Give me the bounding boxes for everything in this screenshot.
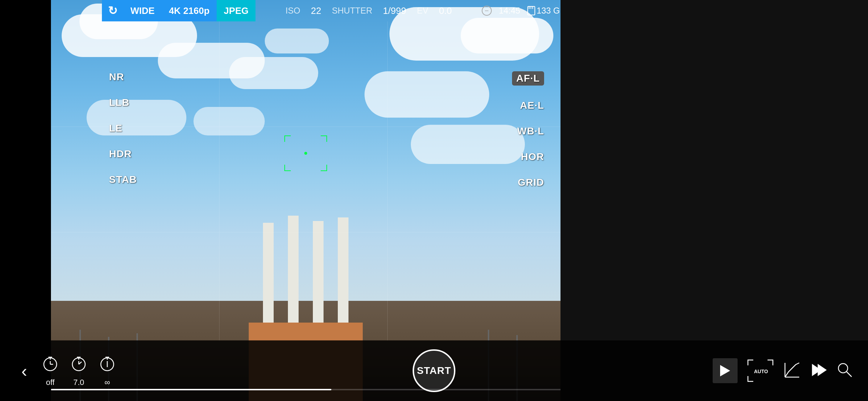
- timer-7-icon: [70, 355, 88, 376]
- chimney-4: [338, 217, 348, 323]
- timer-inf-icon: [98, 355, 116, 376]
- focus-corner-bl: [284, 165, 291, 171]
- svg-marker-26: [818, 365, 826, 375]
- dnd-icon: −: [482, 6, 492, 16]
- top-bar-right: − 14:45 133 GB 58 %: [482, 6, 560, 16]
- label-grid[interactable]: GRID: [518, 177, 544, 188]
- focus-dot: [304, 152, 307, 155]
- timer-controls: off 7.0: [41, 355, 116, 387]
- lens-mode-button[interactable]: WIDE: [123, 0, 162, 21]
- timer-7-button[interactable]: 7.0: [70, 355, 88, 387]
- skip-icon: [810, 361, 827, 379]
- shutter-value[interactable]: 1/999: [383, 5, 406, 16]
- clock-icon-inf: [98, 355, 116, 372]
- label-afl[interactable]: AF·L: [512, 71, 544, 86]
- auto-corners-icon: AUTO: [746, 358, 775, 383]
- play-icon: [720, 365, 730, 376]
- clock-icon-off: [41, 355, 59, 372]
- svg-point-27: [838, 364, 848, 373]
- timer-off-label: off: [46, 378, 55, 387]
- timer-7-label: 7.0: [73, 378, 84, 387]
- focus-corner-br: [321, 165, 327, 171]
- label-le[interactable]: LE: [109, 123, 137, 134]
- resolution-button[interactable]: 4K 2160p: [162, 0, 217, 21]
- bottom-bar: ‹ off: [0, 340, 868, 401]
- chart-icon-button[interactable]: [783, 361, 801, 380]
- start-label: START: [417, 365, 451, 376]
- label-wbl[interactable]: WB·L: [517, 125, 544, 137]
- chimney-3: [313, 221, 324, 323]
- top-bar-center: ISO 22 SHUTTER 1/999 EV 0.0: [255, 5, 481, 16]
- time-display: 14:45: [499, 6, 520, 16]
- search-button[interactable]: [836, 361, 854, 380]
- timer-inf-button[interactable]: ∞: [98, 355, 116, 387]
- focus-bracket: [284, 135, 327, 171]
- start-button[interactable]: START: [413, 349, 455, 392]
- refresh-icon: ↻: [108, 4, 118, 17]
- shutter-label: SHUTTER: [332, 6, 372, 16]
- label-stab[interactable]: STAB: [109, 174, 137, 185]
- svg-text:AUTO: AUTO: [754, 369, 768, 374]
- chimney-2: [288, 216, 299, 323]
- label-llb[interactable]: LLB: [109, 97, 137, 108]
- focus-corner-tr: [321, 135, 327, 142]
- storage-value: 133 GB: [537, 6, 560, 16]
- timer-off-button[interactable]: off: [41, 355, 59, 387]
- chimney-1: [263, 223, 274, 323]
- bottom-left-controls: ‹ off: [14, 355, 116, 387]
- label-hdr[interactable]: HDR: [109, 148, 137, 160]
- label-nr[interactable]: NR: [109, 71, 137, 83]
- auto-expand-button[interactable]: AUTO: [746, 358, 775, 383]
- left-labels: NR LLB LE HDR STAB: [109, 71, 137, 185]
- label-ael[interactable]: AE·L: [520, 100, 544, 111]
- top-bar-left: ↻ WIDE 4K 2160p JPEG: [102, 0, 255, 21]
- svg-line-28: [847, 372, 852, 377]
- back-button[interactable]: ‹: [14, 361, 34, 381]
- bottom-right-controls: AUTO: [713, 358, 854, 383]
- refresh-button[interactable]: ↻: [102, 0, 123, 21]
- ev-label: EV: [417, 6, 428, 16]
- sd-card-icon: [527, 6, 535, 15]
- histogram-icon: [783, 361, 801, 379]
- timer-inf-label: ∞: [104, 378, 110, 387]
- progress-bar-fill: [51, 389, 331, 390]
- label-hor[interactable]: HOR: [521, 151, 544, 163]
- search-icon: [836, 361, 854, 379]
- iso-value[interactable]: 22: [311, 5, 321, 16]
- right-labels: AF·L AE·L WB·L HOR GRID: [512, 71, 544, 188]
- clock-icon-7: [70, 355, 88, 372]
- playback-button[interactable]: [713, 358, 738, 383]
- focus-corner-tl: [284, 135, 291, 142]
- ev-value[interactable]: 0.0: [439, 5, 452, 16]
- iso-label: ISO: [285, 6, 300, 16]
- timer-off-icon: [41, 355, 59, 376]
- format-button[interactable]: JPEG: [217, 0, 255, 21]
- progress-bar-container[interactable]: [51, 389, 560, 390]
- skip-button[interactable]: [810, 361, 827, 380]
- top-bar: ↻ WIDE 4K 2160p JPEG ISO 22 SHUTTER 1/99…: [102, 0, 560, 21]
- storage-indicator: 133 GB: [527, 6, 560, 16]
